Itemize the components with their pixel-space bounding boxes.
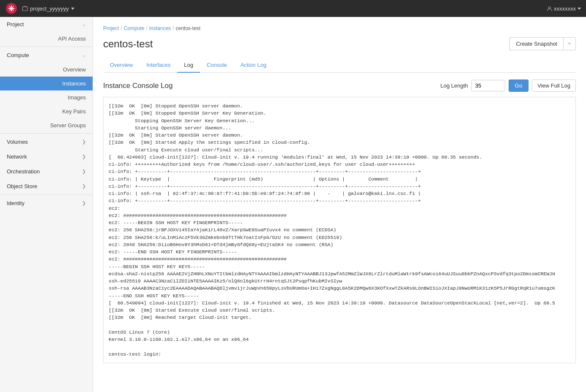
svg-point-6 <box>548 7 550 9</box>
log-header-row: Instance Console Log Log Length Go View … <box>103 79 576 92</box>
sidebar: Project ⌄ API Access Compute ⌄ Overview … <box>0 17 93 392</box>
log-section-title: Instance Console Log <box>103 82 173 90</box>
user-icon <box>547 6 552 11</box>
identity-chevron-icon: ❯ <box>82 200 86 206</box>
snapshot-dropdown-caret-icon <box>568 43 571 45</box>
user-caret-icon <box>578 8 581 10</box>
sidebar-volumes-label: Volumes <box>7 139 28 145</box>
sidebar-orchestration-label: Orchestration <box>7 168 40 175</box>
sidebar-divider-3 <box>0 195 93 195</box>
sidebar-item-api-access[interactable]: API Access <box>0 32 93 46</box>
sidebar-item-overview[interactable]: Overview <box>0 63 93 77</box>
sidebar-divider-1 <box>0 47 93 47</box>
log-controls: Log Length Go View Full Log <box>441 79 576 92</box>
create-snapshot-button[interactable]: Create Snapshot <box>509 37 563 50</box>
sidebar-identity-label: Identity <box>7 200 25 206</box>
breadcrumb-sep-3: / <box>173 25 174 31</box>
network-chevron-icon: ❯ <box>82 154 86 159</box>
create-snapshot-dropdown-button[interactable] <box>563 37 576 50</box>
sidebar-compute-label: Compute <box>7 52 29 58</box>
log-output: [[32m OK [0m] Stopped OpenSSH server dae… <box>103 97 576 363</box>
tabs: Overview Interfaces Log Console Action L… <box>103 58 576 73</box>
breadcrumb-sep-2: / <box>146 25 147 31</box>
breadcrumb-instances[interactable]: Instances <box>149 25 171 31</box>
tab-console[interactable]: Console <box>200 58 234 73</box>
breadcrumb-current: centos-test <box>175 25 200 31</box>
sidebar-object-store-label: Object Store <box>7 183 37 189</box>
orchestration-chevron-icon: ❯ <box>82 169 86 174</box>
tab-interfaces[interactable]: Interfaces <box>140 58 177 73</box>
volumes-chevron-icon: ❯ <box>82 139 86 145</box>
log-length-label: Log Length <box>441 82 468 89</box>
sidebar-project-header[interactable]: Project ⌄ <box>0 17 93 32</box>
csc-logo-icon <box>5 2 18 15</box>
sidebar-network-label: Network <box>7 154 27 160</box>
project-icon <box>22 5 28 11</box>
sidebar-project-label: Project <box>7 21 24 27</box>
main-layout: Project ⌄ API Access Compute ⌄ Overview … <box>0 17 586 392</box>
project-caret-icon <box>71 8 74 10</box>
sidebar-orchestration-header[interactable]: Orchestration ❯ <box>0 164 93 179</box>
breadcrumb-project[interactable]: Project <box>103 25 119 31</box>
sidebar-network-header[interactable]: Network ❯ <box>0 149 93 164</box>
topbar-user[interactable]: xxxxxxxx <box>547 5 581 12</box>
svg-rect-5 <box>22 7 27 11</box>
log-length-input[interactable] <box>471 80 505 91</box>
object-store-chevron-icon: ❯ <box>82 184 86 189</box>
page-title: centos-test <box>103 38 153 50</box>
tab-overview[interactable]: Overview <box>103 58 140 73</box>
sidebar-identity-header[interactable]: Identity ❯ <box>0 196 93 211</box>
compute-chevron-icon: ⌄ <box>82 52 86 58</box>
project-name: project_yyyyyyy <box>30 5 69 12</box>
go-button[interactable]: Go <box>509 79 528 92</box>
breadcrumb: Project / Compute / Instances / centos-t… <box>103 25 576 31</box>
sidebar-object-store-header[interactable]: Object Store ❯ <box>0 179 93 194</box>
sidebar-item-key-pairs[interactable]: Key Pairs <box>0 104 93 118</box>
topbar-logo <box>5 2 18 15</box>
content-area: Project / Compute / Instances / centos-t… <box>93 17 586 392</box>
breadcrumb-compute[interactable]: Compute <box>124 25 145 31</box>
user-name: xxxxxxxx <box>554 5 576 12</box>
topbar: project_yyyyyyy xxxxxxxx <box>0 0 586 17</box>
sidebar-item-server-groups[interactable]: Server Groups <box>0 118 93 132</box>
breadcrumb-sep-1: / <box>120 25 122 31</box>
sidebar-item-instances[interactable]: Instances <box>0 77 93 90</box>
sidebar-divider-2 <box>0 133 93 134</box>
tab-action-log[interactable]: Action Log <box>234 58 273 73</box>
project-chevron-icon: ⌄ <box>82 22 86 27</box>
topbar-project[interactable]: project_yyyyyyy <box>22 5 74 12</box>
sidebar-item-images[interactable]: Images <box>0 90 93 104</box>
sidebar-compute-header[interactable]: Compute ⌄ <box>0 48 93 63</box>
page-title-row: centos-test Create Snapshot <box>103 37 576 50</box>
topbar-left: project_yyyyyyy <box>5 2 74 15</box>
sidebar-volumes-header[interactable]: Volumes ❯ <box>0 134 93 149</box>
create-snapshot-btn-group: Create Snapshot <box>509 37 576 50</box>
view-full-log-button[interactable]: View Full Log <box>532 79 576 92</box>
tab-log[interactable]: Log <box>177 58 200 73</box>
